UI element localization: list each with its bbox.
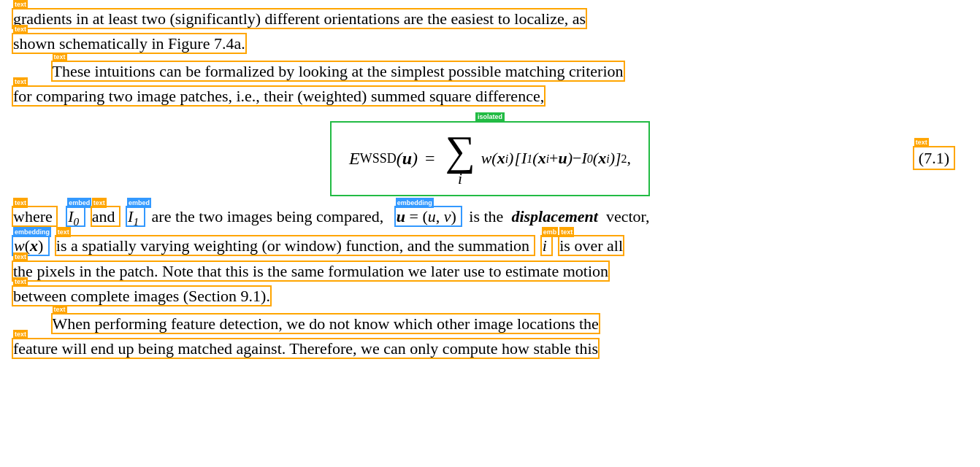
where-text-ann: text where xyxy=(13,207,56,225)
I1-embedding: embed I1 xyxy=(127,207,144,225)
line1-text: gradients in at least two (significantly… xyxy=(13,9,586,28)
where-text: where xyxy=(13,207,53,225)
displacement-text: displacement xyxy=(511,207,598,225)
when-text-ann: text When performing feature detection, … xyxy=(53,314,599,333)
is-the-text: is the xyxy=(469,207,503,225)
are-the-two-text: are the two images being compared, xyxy=(152,207,384,225)
isolated-label: isolated xyxy=(475,112,505,122)
equation-box: isolated EWSSD(u) = ∑ i w(xi) [ I1 (xi +… xyxy=(330,121,650,196)
main-content: text gradients in at least two (signific… xyxy=(13,7,967,360)
line4-text: for comparing two image patches, i.e., t… xyxy=(13,87,544,105)
eq-number-text: (7.1) xyxy=(919,149,949,167)
and-text-ann: text and xyxy=(92,207,119,225)
line3-text: These intuitions can be formalized by lo… xyxy=(53,62,624,80)
pixels-text-ann: text the pixels in the patch. Note that … xyxy=(13,262,608,280)
equation-row: isolated EWSSD(u) = ∑ i w(xi) [ I1 (xi +… xyxy=(13,121,967,196)
i-embedding: emb i xyxy=(542,236,552,255)
line2-text: shown schematically in Figure 7.4a. xyxy=(13,34,245,53)
between-text-ann: text between complete images (Section 9.… xyxy=(13,287,270,305)
text-annotation-line1: text gradients in at least two (signific… xyxy=(13,9,586,28)
is-over-all-text-ann: text is over all xyxy=(559,236,623,255)
eq-number-box: text (7.1) xyxy=(914,147,954,169)
sigma-symbol: ∑ i xyxy=(445,130,475,188)
spatially-text-ann: text is a spatially varying weighting (o… xyxy=(56,236,534,255)
when-text: When performing feature detection, we do… xyxy=(53,314,599,333)
vector-text: vector, xyxy=(606,207,650,225)
text-annotation-line2: text shown schematically in Figure 7.4a. xyxy=(13,34,245,53)
text-annotation-line4: text for comparing two image patches, i.… xyxy=(13,87,544,105)
I0-embedding: embed I0 xyxy=(67,207,84,225)
u-eq-embedding: embedding u = (u, v) xyxy=(396,207,462,225)
text-annotation-line3: text These intuitions can be formalized … xyxy=(53,62,624,80)
is-over-all-text: is over all xyxy=(559,236,623,255)
feature-text-ann: text feature will end up being matched a… xyxy=(13,339,598,358)
feature-text: feature will end up being matched agains… xyxy=(13,339,598,358)
between-text: between complete images (Section 9.1). xyxy=(13,287,270,305)
equation-number: text (7.1) xyxy=(914,147,954,170)
pixels-text: the pixels in the patch. Note that this … xyxy=(13,262,608,280)
